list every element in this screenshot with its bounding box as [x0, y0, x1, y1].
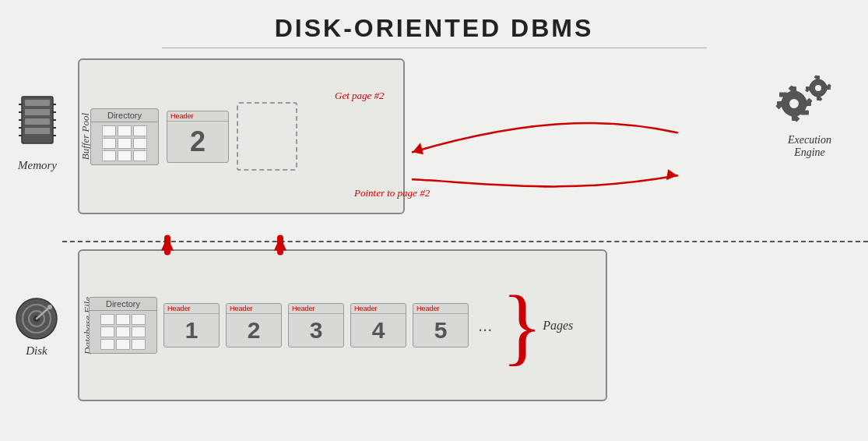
title-divider [162, 48, 707, 48]
dir-cell [118, 138, 132, 149]
db-page1-header: Header [164, 304, 219, 314]
dir-cell [132, 314, 146, 325]
ellipsis: ... [478, 316, 492, 336]
bp-page-header: Header [167, 111, 228, 122]
db-page5-number: 5 [425, 314, 457, 347]
svg-marker-44 [666, 169, 677, 180]
bp-page-number: 2 [179, 122, 216, 162]
db-page2-number: 2 [238, 314, 270, 347]
svg-rect-28 [801, 111, 809, 115]
db-page4-header: Header [351, 304, 406, 314]
dir-cell [133, 125, 147, 136]
dir-cell [132, 339, 146, 350]
svg-point-20 [47, 305, 52, 309]
dir-cell [133, 138, 147, 149]
svg-rect-31 [779, 93, 787, 97]
svg-marker-48 [274, 236, 286, 250]
database-file-box: Database File Directory Hea [78, 249, 607, 401]
pages-label: Pages [543, 319, 573, 333]
db-directory-grid [97, 311, 149, 353]
svg-marker-43 [413, 143, 423, 154]
execution-engine: ExecutionEngine [775, 74, 845, 159]
dir-cell [118, 125, 132, 136]
dir-cell [132, 326, 146, 337]
memory-label: Memory [18, 159, 57, 172]
buffer-pool-directory: Directory [90, 108, 159, 165]
db-page3-number: 3 [300, 314, 332, 347]
svg-point-22 [789, 99, 799, 108]
svg-rect-2 [25, 109, 50, 115]
svg-point-34 [815, 85, 821, 91]
disk-icon [14, 296, 59, 341]
db-page-2: Header 2 [226, 303, 282, 348]
get-page-label: Get page #2 [335, 90, 385, 102]
db-page-3: Header 3 [288, 303, 344, 348]
execution-engine-label: ExecutionEngine [788, 134, 831, 159]
db-directory: Directory [89, 297, 157, 354]
main-title: DISK-ORIENTED DBMS [0, 0, 868, 43]
pointer-label: Pointer to page #2 [354, 187, 430, 199]
db-page4-number: 4 [363, 314, 395, 347]
dir-cell [116, 314, 130, 325]
gears-icon [775, 74, 845, 132]
dir-cell [102, 138, 116, 149]
bp-directory-grid [99, 122, 150, 164]
dir-cell [116, 326, 130, 337]
buffer-pool-page2: Header 2 [167, 111, 229, 163]
diagram-area: Memory Disk Buffer Pool Directory [0, 51, 868, 441]
svg-rect-3 [25, 118, 50, 125]
dir-cell [102, 150, 116, 161]
db-page-1: Header 1 [163, 303, 220, 348]
svg-marker-46 [161, 236, 174, 250]
svg-rect-4 [25, 128, 50, 134]
db-directory-label: Directory [90, 298, 156, 311]
memory-icon [17, 93, 58, 156]
pages-brace-char: } [501, 283, 543, 369]
db-page1-number: 1 [176, 314, 208, 347]
dir-cell [133, 150, 147, 161]
dir-cell [100, 314, 114, 325]
dir-cell [100, 326, 114, 337]
buffer-pool-empty-slot [237, 102, 297, 171]
dir-cell [118, 150, 132, 161]
bp-directory-label: Directory [91, 109, 158, 122]
dir-cell [116, 339, 130, 350]
db-page-4: Header 4 [350, 303, 406, 348]
dir-cell [100, 339, 114, 350]
svg-rect-1 [25, 100, 50, 106]
db-page-5: Header 5 [413, 303, 469, 348]
db-page3-header: Header [289, 304, 343, 314]
disk-label: Disk [26, 344, 47, 358]
db-page2-header: Header [227, 304, 281, 314]
memory-disk-divider [62, 241, 868, 242]
dir-cell [102, 125, 116, 136]
db-page5-header: Header [413, 304, 468, 314]
